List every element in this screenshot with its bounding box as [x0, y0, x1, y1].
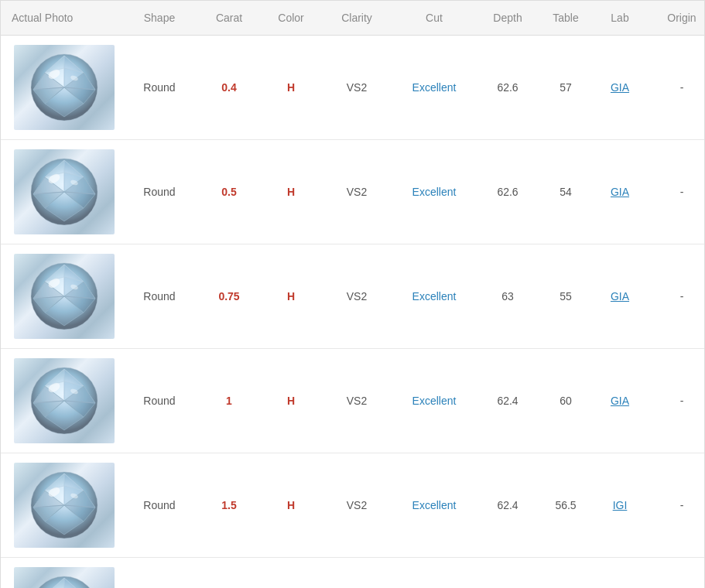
header-cell-color: Color [260, 9, 322, 27]
cell-lab[interactable]: GIA [593, 393, 647, 409]
diamond-image-0[interactable] [14, 45, 115, 130]
header-cell-lab: Lab [593, 9, 647, 27]
table-body: Round 0.4 H VS2 Excellent 62.6 57 GIA - … [1, 36, 704, 588]
cell-color: H [260, 80, 322, 95]
cell-table: 55 [539, 289, 593, 304]
cell-shape: Round [121, 497, 198, 513]
diamond-photo [1, 357, 121, 445]
cell-depth: 62.6 [477, 80, 539, 95]
cell-lab[interactable]: GIA [593, 184, 647, 200]
cell-table: 60 [539, 393, 593, 409]
diamond-table: Actual PhotoShapeCaratColorClarityCutDep… [0, 0, 705, 588]
table-row: Round 2 H VS2 Excellent 61.2 58 GIA - $1… [1, 558, 704, 588]
cell-table: 56.5 [539, 497, 593, 513]
table-row: Round 0.4 H VS2 Excellent 62.6 57 GIA - … [1, 36, 704, 140]
cell-clarity: VS2 [322, 497, 392, 513]
cell-table: 54 [539, 184, 593, 200]
header-cell-origin: Origin [647, 9, 705, 27]
cell-depth: 62.6 [477, 184, 539, 200]
diamond-image-1[interactable] [14, 149, 115, 234]
cell-origin: - [647, 497, 705, 513]
cell-shape: Round [121, 80, 198, 95]
cell-depth: 63 [477, 289, 539, 304]
cell-carat: 0.5 [198, 184, 260, 200]
diamond-image-5[interactable] [14, 567, 115, 588]
header-cell-depth: Depth [477, 9, 539, 27]
diamond-photo [1, 43, 121, 132]
cell-lab[interactable]: GIA [593, 80, 647, 95]
header-cell-carat: Carat [198, 9, 260, 27]
cell-carat: 1 [198, 393, 260, 409]
cell-clarity: VS2 [322, 184, 392, 200]
table-row: Round 0.75 H VS2 Excellent 63 55 GIA - $… [1, 244, 704, 349]
cell-cut: Excellent [392, 393, 477, 409]
table-row: Round 0.5 H VS2 Excellent 62.6 54 GIA - … [1, 140, 704, 244]
cell-origin: - [647, 184, 705, 200]
cell-color: H [260, 289, 322, 304]
header-cell-table: Table [539, 9, 593, 27]
cell-clarity: VS2 [322, 80, 392, 95]
diamond-photo [1, 252, 121, 340]
cell-cut: Excellent [392, 184, 477, 200]
cell-clarity: VS2 [322, 289, 392, 304]
diamond-photo [1, 148, 121, 236]
table-header: Actual PhotoShapeCaratColorClarityCutDep… [1, 1, 704, 36]
header-cell-shape: Shape [121, 9, 198, 27]
diamond-photo [1, 566, 121, 588]
cell-shape: Round [121, 184, 198, 200]
cell-depth: 62.4 [477, 393, 539, 409]
cell-carat: 0.4 [198, 80, 260, 95]
cell-lab[interactable]: GIA [593, 289, 647, 304]
cell-cut: Excellent [392, 80, 477, 95]
cell-color: H [260, 393, 322, 409]
table-row: Round 1.5 H VS2 Excellent 62.4 56.5 IGI … [1, 453, 704, 558]
cell-shape: Round [121, 393, 198, 409]
cell-cut: Excellent [392, 289, 477, 304]
cell-depth: 62.4 [477, 497, 539, 513]
diamond-image-4[interactable] [14, 463, 115, 548]
diamond-photo [1, 461, 121, 549]
table-row: Round 1 H VS2 Excellent 62.4 60 GIA - $5… [1, 349, 704, 453]
diamond-image-2[interactable] [14, 254, 115, 339]
cell-carat: 0.75 [198, 289, 260, 304]
header-cell-actual-photo: Actual Photo [1, 9, 121, 27]
cell-color: H [260, 497, 322, 513]
diamond-image-3[interactable] [14, 358, 115, 443]
header-cell-cut: Cut [392, 9, 477, 27]
cell-color: H [260, 184, 322, 200]
cell-origin: - [647, 289, 705, 304]
cell-origin: - [647, 393, 705, 409]
cell-carat: 1.5 [198, 497, 260, 513]
cell-clarity: VS2 [322, 393, 392, 409]
cell-cut: Excellent [392, 497, 477, 513]
header-cell-clarity: Clarity [322, 9, 392, 27]
cell-shape: Round [121, 289, 198, 304]
cell-origin: - [647, 80, 705, 95]
cell-lab[interactable]: IGI [593, 497, 647, 513]
cell-table: 57 [539, 80, 593, 95]
